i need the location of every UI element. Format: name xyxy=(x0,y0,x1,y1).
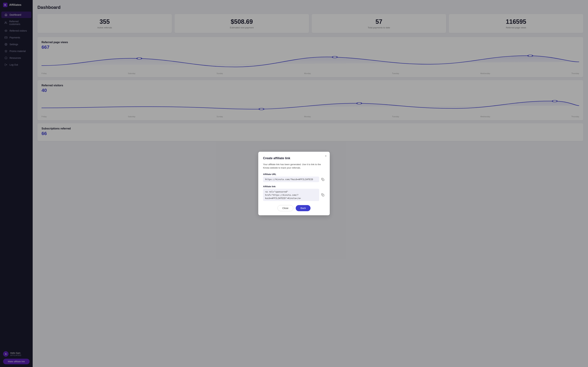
affiliate-link-label: Affiliate link xyxy=(263,185,325,188)
copy-url-button[interactable] xyxy=(320,177,325,182)
affiliate-link-textarea[interactable] xyxy=(263,189,319,201)
modal: Create affiliate link × Your affiliate l… xyxy=(258,152,330,216)
modal-description: Your affiliate link has been generated. … xyxy=(263,163,325,170)
affiliate-url-input[interactable] xyxy=(263,176,319,182)
modal-close-button[interactable]: × xyxy=(325,154,327,158)
modal-title: Create affiliate link xyxy=(263,157,325,160)
svg-rect-16 xyxy=(322,179,324,181)
close-button[interactable]: Close xyxy=(277,205,294,211)
affiliate-url-field: Affiliate URL xyxy=(263,173,325,182)
modal-actions: Close Back xyxy=(263,205,325,211)
svg-rect-17 xyxy=(322,195,324,196)
modal-overlay: Create affiliate link × Your affiliate l… xyxy=(0,0,588,367)
copy-link-button[interactable] xyxy=(320,193,325,197)
affiliate-url-label: Affiliate URL xyxy=(263,173,325,175)
affiliate-link-field: Affiliate link xyxy=(263,185,325,201)
back-button[interactable]: Back xyxy=(296,205,311,211)
